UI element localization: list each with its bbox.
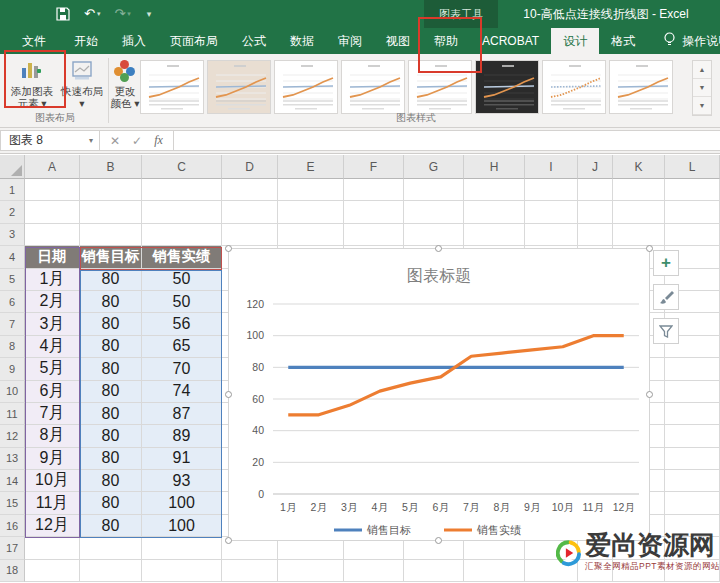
insert-function-icon[interactable]: fx [154, 133, 163, 148]
cell-B9[interactable]: 80 [80, 358, 142, 380]
chart-style-thumbnail-2[interactable] [207, 60, 271, 114]
tab-2[interactable]: 插入 [110, 28, 158, 54]
cell-B10[interactable]: 80 [80, 381, 142, 403]
chart-handle-s[interactable] [435, 537, 442, 544]
cell-D1[interactable] [222, 179, 278, 201]
cell-F2[interactable] [344, 201, 404, 223]
cell-L10[interactable] [665, 381, 720, 403]
customize-qat-icon[interactable]: ▾ [145, 4, 152, 24]
cell-A9[interactable]: 5月 [25, 358, 80, 380]
change-colors-button[interactable]: 更改 颜色 ▾ [110, 58, 140, 114]
cell-J2[interactable] [578, 201, 613, 223]
cell-H1[interactable] [464, 179, 525, 201]
row-header-12[interactable]: 12 [0, 425, 25, 447]
cancel-icon[interactable]: ✕ [110, 134, 120, 148]
redo-icon[interactable]: ↷▾ [114, 4, 130, 24]
cell-A12[interactable]: 8月 [25, 425, 80, 447]
row-header-11[interactable]: 11 [0, 403, 25, 425]
row-header-13[interactable]: 13 [0, 448, 25, 470]
cell-A14[interactable]: 10月 [25, 470, 80, 492]
cell-F3[interactable] [344, 224, 404, 246]
cell-J1[interactable] [578, 179, 613, 201]
column-header-E[interactable]: E [278, 155, 344, 179]
cell-E18[interactable] [278, 560, 344, 582]
cell-L3[interactable] [665, 224, 720, 246]
cell-A18[interactable] [25, 560, 80, 582]
undo-icon[interactable]: ↶▾ [84, 4, 100, 24]
cell-B12[interactable]: 80 [80, 425, 142, 447]
row-header-16[interactable]: 16 [0, 515, 25, 537]
cell-L2[interactable] [665, 201, 720, 223]
tab-5[interactable]: 数据 [278, 28, 326, 54]
column-header-J[interactable]: J [578, 155, 613, 179]
cell-B13[interactable]: 80 [80, 448, 142, 470]
cell-I3[interactable] [525, 224, 578, 246]
cell-B11[interactable]: 80 [80, 403, 142, 425]
name-box-caret-icon[interactable]: ▾ [89, 136, 93, 145]
cell-H18[interactable] [464, 560, 525, 582]
row-header-18[interactable]: 18 [0, 560, 25, 582]
chart-handle-nw[interactable] [225, 245, 232, 252]
gallery-more-icon[interactable]: ▼ [693, 97, 711, 115]
cell-A13[interactable]: 9月 [25, 448, 80, 470]
tab-6[interactable]: 审阅 [326, 28, 374, 54]
row-header-14[interactable]: 14 [0, 470, 25, 492]
row-header-3[interactable]: 3 [0, 224, 25, 246]
cell-A15[interactable]: 11月 [25, 492, 80, 514]
column-header-A[interactable]: A [25, 155, 80, 179]
cell-B4[interactable]: 销售目标 [80, 246, 142, 268]
cell-E1[interactable] [278, 179, 344, 201]
cell-A3[interactable] [25, 224, 80, 246]
tab-1[interactable]: 开始 [62, 28, 110, 54]
save-icon[interactable] [56, 7, 70, 21]
cell-K2[interactable] [613, 201, 665, 223]
cell-A17[interactable] [25, 537, 80, 559]
column-header-B[interactable]: B [80, 155, 142, 179]
cell-E3[interactable] [278, 224, 344, 246]
cell-L9[interactable] [665, 358, 720, 380]
cell-G2[interactable] [404, 201, 464, 223]
cell-D18[interactable] [222, 560, 278, 582]
cell-H3[interactable] [464, 224, 525, 246]
cell-C5[interactable]: 50 [142, 269, 222, 291]
cell-C15[interactable]: 100 [142, 492, 222, 514]
cell-A4[interactable]: 日期 [25, 246, 80, 268]
cell-C13[interactable]: 91 [142, 448, 222, 470]
cell-B8[interactable]: 80 [80, 336, 142, 358]
cell-B7[interactable]: 80 [80, 313, 142, 335]
cell-G1[interactable] [404, 179, 464, 201]
row-header-10[interactable]: 10 [0, 381, 25, 403]
cell-K1[interactable] [613, 179, 665, 201]
column-header-H[interactable]: H [464, 155, 525, 179]
cell-H2[interactable] [464, 201, 525, 223]
chart-styles-button[interactable] [653, 284, 679, 310]
row-header-6[interactable]: 6 [0, 291, 25, 313]
cell-C7[interactable]: 56 [142, 313, 222, 335]
cell-F1[interactable] [344, 179, 404, 201]
cell-G3[interactable] [404, 224, 464, 246]
cell-L14[interactable] [665, 470, 720, 492]
column-header-K[interactable]: K [613, 155, 665, 179]
chart-handle-n[interactable] [435, 245, 442, 252]
row-header-8[interactable]: 8 [0, 336, 25, 358]
cell-G18[interactable] [404, 560, 464, 582]
chart-style-thumbnail-8[interactable] [609, 60, 673, 114]
cell-C12[interactable]: 89 [142, 425, 222, 447]
cell-C10[interactable]: 74 [142, 381, 222, 403]
chart[interactable]: 图表标题0204060801001201月2月3月4月5月6月7月8月9月10月… [228, 248, 650, 541]
cell-C11[interactable]: 87 [142, 403, 222, 425]
chart-handle-ne[interactable] [646, 245, 653, 252]
chart-style-thumbnail-6[interactable] [475, 60, 539, 114]
cell-C3[interactable] [142, 224, 222, 246]
column-header-L[interactable]: L [665, 155, 720, 179]
chart-style-thumbnail-7[interactable] [542, 60, 606, 114]
gallery-down-icon[interactable]: ▼ [693, 79, 711, 97]
gallery-up-icon[interactable]: ▲ [693, 61, 711, 79]
tab-9[interactable]: ACROBAT [470, 28, 551, 54]
enter-icon[interactable]: ✓ [132, 134, 142, 148]
column-header-G[interactable]: G [404, 155, 464, 179]
tab-design-active[interactable]: 设计 [551, 28, 599, 54]
cell-B3[interactable] [80, 224, 142, 246]
cell-B1[interactable] [80, 179, 142, 201]
name-box[interactable]: 图表 8 ▾ [0, 130, 100, 151]
